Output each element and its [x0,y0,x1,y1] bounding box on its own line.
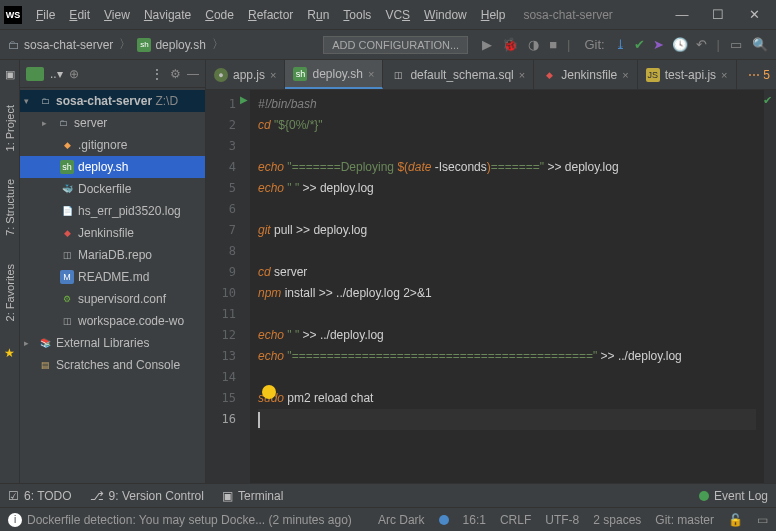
run-gutter-icon[interactable]: ▶ [240,94,248,105]
minimize-button[interactable]: ― [672,7,692,22]
menu-run[interactable]: Run [301,6,335,24]
close-icon[interactable]: × [270,69,276,81]
settings-icon[interactable]: ⚙ [170,67,181,81]
tab-sql[interactable]: ◫default_schema.sql× [383,60,534,89]
status-notification[interactable]: iDockerfile detection: You may setup Doc… [8,513,364,527]
tree-file-workspace[interactable]: ◫workspace.code-wo [20,310,205,332]
tree-file-gitignore[interactable]: ◆.gitignore [20,134,205,156]
project-sidebar: ..▾ ⊕ ⋮ ⚙ ― ▾🗀sosa-chat-server Z:\D ▸🗀se… [20,60,206,483]
tab-appjs[interactable]: ●app.js× [206,60,285,89]
project-dropdown[interactable]: ..▾ [50,67,63,81]
menu-help[interactable]: Help [475,6,512,24]
editor-tabs: ●app.js× shdeploy.sh× ◫default_schema.sq… [206,60,776,90]
project-tree: ▾🗀sosa-chat-server Z:\D ▸🗀server ◆.gitig… [20,88,205,378]
menu-vcs[interactable]: VCS [379,6,416,24]
menu-window[interactable]: Window [418,6,473,24]
statusbar: iDockerfile detection: You may setup Doc… [0,507,776,531]
tree-external-libs[interactable]: ▸📚External Libraries [20,332,205,354]
bottom-tool-strip: ☑6: TODO ⎇9: Version Control ▣Terminal E… [0,483,776,507]
git-branch[interactable]: Git: master [655,513,714,527]
sidebar-header: ..▾ ⊕ ⋮ ⚙ ― [20,60,205,88]
select-opened-file-button[interactable]: ⊕ [69,67,79,81]
hide-button[interactable]: ― [187,67,199,81]
left-tool-strip: ▣ 1: Project 7: Structure 2: Favorites ★ [0,60,20,483]
rollback-button[interactable]: ↶ [696,37,707,52]
menu-code[interactable]: Code [199,6,240,24]
commit-button[interactable]: ✔ [634,37,645,52]
menu-edit[interactable]: Edit [63,6,96,24]
maximize-button[interactable]: ☐ [708,7,728,22]
tool-vcs[interactable]: ⎇9: Version Control [90,489,204,503]
tab-deploy[interactable]: shdeploy.sh× [285,60,383,89]
close-button[interactable]: ✕ [744,7,764,22]
tool-tab-structure[interactable]: 7: Structure [4,175,16,240]
gutter: ▶ 12345678910111213141516 [206,90,250,483]
breadcrumb: 🗀 sosa-chat-server 〉 sh deploy.sh 〉 [8,36,226,53]
tool-todo[interactable]: ☑6: TODO [8,489,72,503]
push-button[interactable]: ➤ [653,37,664,52]
theme-dot-icon [439,515,449,525]
tree-file-readme[interactable]: MREADME.md [20,266,205,288]
titlebar: WS File Edit View Navigate Code Refactor… [0,0,776,30]
project-view-icon[interactable] [26,67,44,81]
tree-file-jenkins[interactable]: ◆Jenkinsfile [20,222,205,244]
build-button[interactable]: ▭ [730,37,742,52]
coverage-button[interactable]: ◑ [528,37,539,52]
breadcrumb-file[interactable]: deploy.sh [155,38,205,52]
inspection-ok-icon: ✔ [763,94,772,107]
debug-button[interactable]: 🐞 [502,37,518,52]
theme-label[interactable]: Arc Dark [378,513,425,527]
error-stripe [764,90,776,483]
tree-file-dockerfile[interactable]: 🐳Dockerfile [20,178,205,200]
update-project-button[interactable]: ⤓ [615,37,626,52]
menu-view[interactable]: View [98,6,136,24]
tab-testapi[interactable]: JStest-api.js× [638,60,737,89]
menu-tools[interactable]: Tools [337,6,377,24]
memory-indicator[interactable]: ▭ [757,513,768,527]
close-icon[interactable]: × [368,68,374,80]
lock-icon[interactable]: 🔓 [728,513,743,527]
editor-area: ●app.js× shdeploy.sh× ◫default_schema.sq… [206,60,776,483]
tree-file-deploy[interactable]: shdeploy.sh [20,156,205,178]
tree-file-mariadb[interactable]: ◫MariaDB.repo [20,244,205,266]
menu-file[interactable]: File [30,6,61,24]
tab-jenkins[interactable]: ◆Jenkinsfile× [534,60,637,89]
cursor-position[interactable]: 16:1 [463,513,486,527]
sidebar-menu-button[interactable]: ⋮ [151,67,164,81]
encoding[interactable]: UTF-8 [545,513,579,527]
tree-folder-server[interactable]: ▸🗀server [20,112,205,134]
breadcrumb-root[interactable]: sosa-chat-server [24,38,113,52]
tool-eventlog[interactable]: Event Log [699,489,768,503]
tree-scratches[interactable]: ▤Scratches and Console [20,354,205,376]
more-tabs-button[interactable]: ⋯ 5 [742,68,776,82]
intention-bulb-icon[interactable] [262,385,276,399]
close-icon[interactable]: × [519,69,525,81]
star-icon: ★ [4,346,15,360]
tree-file-supervisord[interactable]: ⚙supervisord.conf [20,288,205,310]
close-icon[interactable]: × [721,69,727,81]
close-icon[interactable]: × [622,69,628,81]
chevron-right-icon: 〉 [212,36,224,53]
tool-terminal[interactable]: ▣Terminal [222,489,283,503]
sh-icon: sh [137,38,151,52]
menu-navigate[interactable]: Navigate [138,6,197,24]
indent[interactable]: 2 spaces [593,513,641,527]
title-project: sosa-chat-server [523,8,612,22]
project-tool-icon[interactable]: ▣ [5,68,15,81]
stop-button[interactable]: ■ [549,37,557,52]
line-ending[interactable]: CRLF [500,513,531,527]
menu-refactor[interactable]: Refactor [242,6,299,24]
tree-file-hserr[interactable]: 📄hs_err_pid3520.log [20,200,205,222]
tool-tab-favorites[interactable]: 2: Favorites [4,260,16,325]
app-logo: WS [4,6,22,24]
menubar: File Edit View Navigate Code Refactor Ru… [30,6,511,24]
run-button[interactable]: ▶ [482,37,492,52]
git-label: Git: [584,37,604,52]
tree-root[interactable]: ▾🗀sosa-chat-server Z:\D [20,90,205,112]
chevron-right-icon: 〉 [119,36,131,53]
tool-tab-project[interactable]: 1: Project [4,101,16,155]
run-config-dropdown[interactable]: ADD CONFIGURATION... [323,36,468,54]
history-button[interactable]: 🕓 [672,37,688,52]
code-editor[interactable]: #!/bin/bash cd "${0%/*}" echo "=======De… [250,90,764,483]
search-everywhere-button[interactable]: 🔍 [752,37,768,52]
